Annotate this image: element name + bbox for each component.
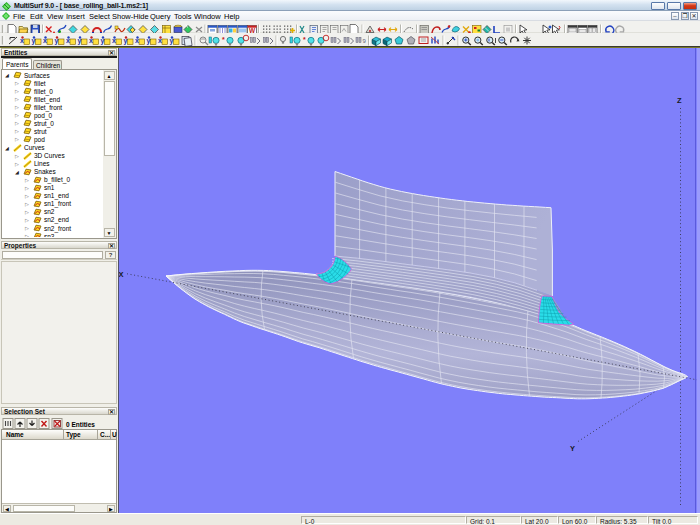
svg-text:X: X [119, 270, 124, 279]
svg-text:0 Entities: 0 Entities [66, 421, 95, 428]
svg-text:*: * [303, 36, 306, 43]
svg-text:*: * [222, 36, 225, 43]
svg-text:9: 9 [363, 38, 367, 44]
svg-text:Z: Z [677, 96, 682, 105]
svg-text:Y: Y [570, 444, 575, 453]
